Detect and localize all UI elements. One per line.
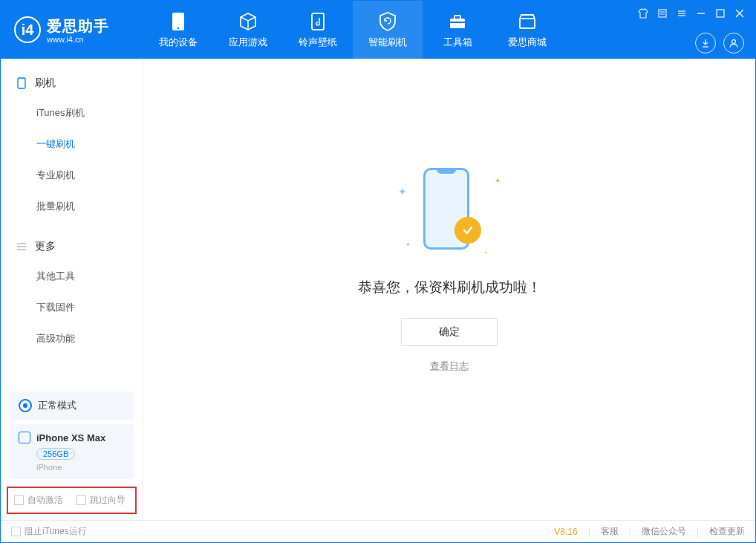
options-highlight-box: 自动激活 跳过向导 [7, 487, 137, 514]
checkbox-icon [11, 527, 21, 536]
device-storage-badge: 256GB [36, 448, 75, 460]
sidebar-item-batch-flash[interactable]: 批量刷机 [1, 191, 143, 222]
footer-link-service[interactable]: 客服 [601, 525, 619, 538]
feedback-icon[interactable] [654, 5, 671, 22]
tab-store[interactable]: 爱思商城 [492, 1, 562, 59]
svg-rect-5 [450, 22, 465, 23]
sidebar-item-advanced[interactable]: 高级功能 [1, 323, 143, 354]
app-subtitle: www.i4.cn [47, 35, 109, 44]
tab-toolbox[interactable]: 工具箱 [423, 1, 492, 59]
sidebar-section-more: 更多 [1, 233, 143, 261]
tab-apps-games[interactable]: 应用游戏 [213, 1, 283, 59]
sparkle-icon: ✦ [495, 177, 501, 185]
logo-icon: i4 [14, 16, 41, 43]
footer-link-wechat[interactable]: 微信公众号 [642, 525, 686, 538]
skin-icon[interactable] [635, 5, 651, 22]
user-button[interactable] [723, 33, 744, 53]
header: i4 爱思助手 www.i4.cn 我的设备 应用游戏 铃声壁纸 智能刷机 工具… [1, 1, 755, 59]
toolbox-icon [448, 10, 467, 33]
svg-point-1 [177, 27, 179, 29]
shield-refresh-icon [378, 10, 397, 33]
device-type: iPhone [36, 463, 125, 472]
sidebar-section-flash: 刷机 [1, 69, 143, 97]
checkbox-icon [14, 495, 24, 505]
sparkle-icon: ✦ [398, 186, 407, 198]
svg-rect-2 [312, 13, 324, 30]
device-info[interactable]: iPhone XS Max 256GB iPhone [10, 424, 134, 479]
svg-rect-3 [450, 19, 465, 28]
svg-rect-18 [18, 78, 25, 88]
success-message: 恭喜您，保资料刷机成功啦！ [358, 278, 541, 297]
checkbox-auto-activate[interactable]: 自动激活 [14, 494, 63, 507]
music-note-icon [309, 10, 327, 33]
cube-icon [238, 10, 258, 33]
app-title: 爱思助手 [47, 16, 109, 36]
main-content: ✦ ✦ ✦ • 恭喜您，保资料刷机成功啦！ 确定 查看日志 [143, 59, 755, 520]
sidebar-item-itunes-flash[interactable]: iTunes刷机 [1, 97, 143, 129]
checkbox-block-itunes[interactable]: 阻止iTunes运行 [11, 525, 87, 538]
sparkle-icon: ✦ [405, 241, 411, 248]
view-log-link[interactable]: 查看日志 [430, 360, 469, 373]
tab-smart-flash[interactable]: 智能刷机 [353, 1, 423, 59]
check-badge-icon [454, 217, 481, 244]
footer-link-update[interactable]: 检查更新 [709, 525, 745, 538]
svg-rect-14 [717, 10, 724, 17]
store-icon [518, 10, 537, 33]
sidebar-item-other-tools[interactable]: 其他工具 [1, 261, 143, 292]
checkbox-skip-guide[interactable]: 跳过向导 [76, 494, 126, 507]
tab-ringtones-wallpapers[interactable]: 铃声壁纸 [283, 1, 353, 59]
list-icon [16, 241, 27, 253]
device-name: iPhone XS Max [36, 432, 105, 443]
sidebar-item-pro-flash[interactable]: 专业刷机 [1, 160, 143, 191]
close-button[interactable] [731, 5, 748, 22]
confirm-button[interactable]: 确定 [401, 318, 498, 346]
normal-mode-icon [19, 399, 32, 412]
menu-icon[interactable] [674, 5, 690, 22]
success-illustration: ✦ ✦ ✦ • [394, 162, 505, 259]
tab-my-device[interactable]: 我的设备 [143, 1, 213, 59]
sidebar-item-oneclick-flash[interactable]: 一键刷机 [1, 129, 143, 160]
svg-rect-7 [659, 10, 666, 17]
checkbox-icon [76, 495, 86, 505]
mode-label: 正常模式 [38, 399, 76, 412]
svg-point-17 [732, 40, 736, 44]
download-button[interactable] [695, 33, 716, 53]
maximize-button[interactable] [712, 5, 729, 22]
svg-rect-6 [520, 19, 535, 28]
version-label: V8.16 [554, 527, 577, 537]
svg-rect-4 [454, 16, 460, 19]
nav-tabs: 我的设备 应用游戏 铃声壁纸 智能刷机 工具箱 爱思商城 [143, 1, 635, 59]
device-phone-icon [19, 432, 30, 443]
phone-icon [16, 77, 27, 89]
mode-indicator[interactable]: 正常模式 [10, 391, 134, 420]
minimize-button[interactable] [693, 5, 709, 22]
device-icon [170, 10, 186, 33]
sparkle-icon: • [485, 249, 487, 256]
sidebar-item-download-firmware[interactable]: 下载固件 [1, 292, 143, 323]
sidebar: 刷机 iTunes刷机 一键刷机 专业刷机 批量刷机 更多 其他工具 下载固件 … [1, 59, 143, 520]
footer: 阻止iTunes运行 V8.16 | 客服 | 微信公众号 | 检查更新 [1, 520, 755, 542]
logo-area: i4 爱思助手 www.i4.cn [1, 1, 143, 59]
